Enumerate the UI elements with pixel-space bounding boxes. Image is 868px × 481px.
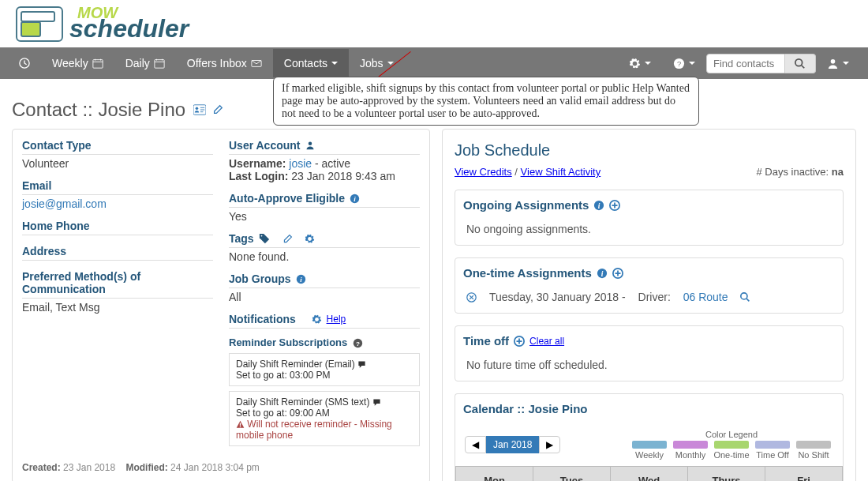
edit-icon[interactable] (282, 234, 293, 244)
contact-type-value: Volunteer (22, 157, 213, 170)
svg-point-6 (795, 59, 803, 66)
tags-value: None found. (229, 250, 420, 263)
chevron-down-icon (843, 62, 849, 65)
calendar-icon (92, 58, 103, 69)
svg-point-10 (308, 142, 312, 146)
pref-comm-label: Preferred Method(s) of Communication (22, 270, 213, 299)
color-legend: Color Legend WeeklyMonthlyOne-timeTime O… (630, 430, 833, 460)
inbox-icon (251, 58, 262, 69)
clear-all-link[interactable]: Clear all (529, 336, 564, 347)
main-navbar: Weekly Daily Offers Inbox Contacts Jobs … (0, 47, 868, 79)
add-icon[interactable] (514, 336, 525, 347)
view-shift-activity-link[interactable]: View Shift Activity (521, 166, 601, 178)
tags-icon (259, 233, 270, 244)
route-link[interactable]: 06 Route (683, 291, 728, 303)
notifications-label: Notifications Help (229, 313, 420, 329)
cal-next-button[interactable]: ▶ (539, 436, 560, 453)
reminder-sms-box: Daily Shift Reminder (SMS text) Set to g… (229, 391, 420, 446)
home-phone-label: Home Phone (22, 220, 213, 235)
gear-icon (629, 58, 641, 70)
svg-text:i: i (600, 269, 603, 277)
pref-comm-value: Email, Text Msg (22, 301, 213, 314)
help-icon[interactable]: ? (353, 338, 363, 348)
auto-approve-value: Yes (229, 210, 420, 223)
info-icon[interactable]: i (593, 200, 604, 211)
username-link[interactable]: josie (289, 157, 312, 170)
edit-icon[interactable] (212, 104, 223, 115)
contact-details-panel: Contact Type Volunteer Email josie@gmail… (12, 129, 430, 481)
logo-icon (16, 6, 63, 42)
warning-icon (236, 420, 245, 429)
meta-row: Created: 23 Jan 2018 Modified: 24 Jan 20… (22, 462, 420, 473)
legend-item: Monthly (671, 441, 710, 460)
auto-approve-label: Auto-Approve Eligible i (229, 192, 420, 208)
ongoing-assignments-title: Ongoing Assignments (463, 198, 589, 212)
nav-help[interactable]: ? (662, 50, 706, 77)
cal-prev-button[interactable]: ◀ (465, 436, 486, 453)
last-login-row: Last Login: 23 Jan 2018 9:43 am (229, 170, 420, 182)
search-icon (795, 58, 806, 70)
job-groups-value: All (229, 291, 420, 303)
job-groups-label: Job Groups i (229, 272, 420, 288)
user-icon (827, 58, 839, 70)
nav-offers-inbox[interactable]: Offers Inbox (176, 49, 273, 77)
cal-day-header: Tues (533, 467, 611, 482)
help-icon: ? (673, 58, 685, 70)
search-group (706, 54, 816, 73)
nav-weekly[interactable]: Weekly (41, 49, 114, 77)
speech-icon (357, 360, 366, 369)
chevron-down-icon (331, 62, 338, 65)
cal-day-header: Mon (456, 467, 533, 482)
legend-item: One-time (712, 441, 751, 460)
add-icon[interactable] (612, 268, 623, 279)
job-schedule-panel: Job Schedule View Credits / View Shift A… (442, 129, 856, 481)
speech-icon (372, 398, 381, 407)
nav-contacts[interactable]: Contacts (273, 49, 349, 77)
info-icon[interactable]: i (296, 274, 306, 284)
svg-point-13 (260, 235, 262, 237)
gear-icon[interactable] (305, 234, 315, 244)
calendar-nav: ◀ Jan 2018 ▶ (465, 436, 560, 453)
svg-point-27 (741, 292, 747, 299)
svg-text:?: ? (677, 60, 681, 68)
vcard-icon[interactable] (193, 104, 206, 115)
calendar-panel: Calendar :: Josie Pino ◀ Jan 2018 ▶ Colo… (455, 393, 844, 481)
contact-type-label: Contact Type (22, 139, 213, 155)
email-link[interactable]: josie@gmail.com (22, 197, 107, 210)
view-credits-link[interactable]: View Credits (455, 166, 512, 178)
nav-clock-icon[interactable] (8, 50, 41, 77)
onetime-assignments-title: One-time Assignments (463, 266, 592, 280)
search-icon[interactable] (740, 292, 750, 303)
search-input[interactable] (706, 54, 785, 73)
job-schedule-title: Job Schedule (455, 141, 844, 160)
info-icon[interactable]: i (350, 194, 360, 204)
ongoing-assignments-body: No ongoing assignments. (455, 220, 843, 245)
calendar-table: MonTuesWedThursFri 12345 (455, 466, 843, 481)
gear-icon[interactable] (312, 314, 322, 325)
svg-point-9 (196, 107, 199, 110)
notifications-help-link[interactable]: Help (327, 314, 346, 325)
svg-rect-18 (240, 423, 241, 426)
search-button[interactable] (785, 54, 816, 73)
add-icon[interactable] (609, 200, 620, 211)
username-row: Username: josie - active (229, 157, 420, 170)
calendar-icon (154, 58, 165, 69)
svg-rect-19 (240, 427, 241, 427)
legend-item: No Shift (794, 441, 833, 460)
cal-month-button[interactable]: Jan 2018 (486, 436, 539, 453)
user-account-label: User Account (229, 139, 420, 155)
tags-label: Tags (229, 232, 420, 248)
nav-daily[interactable]: Daily (114, 49, 176, 77)
cal-day-header: Fri (765, 467, 843, 482)
nav-settings[interactable] (618, 50, 662, 77)
legend-item: Weekly (630, 441, 669, 460)
remove-icon[interactable] (466, 292, 477, 303)
svg-point-7 (831, 58, 836, 63)
logo[interactable]: MOWscheduler (16, 4, 852, 43)
onetime-assignment-row: Tuesday, 30 January 2018 - Driver: 06 Ro… (466, 291, 832, 303)
info-icon[interactable]: i (597, 268, 608, 279)
nav-user-menu[interactable] (816, 50, 860, 77)
cal-day-header: Thurs (688, 467, 765, 482)
timeoff-panel: Time off Clear all No future time off sc… (455, 325, 844, 381)
onetime-assignments-panel: One-time Assignments i Tuesday, 30 Janua… (455, 257, 844, 314)
